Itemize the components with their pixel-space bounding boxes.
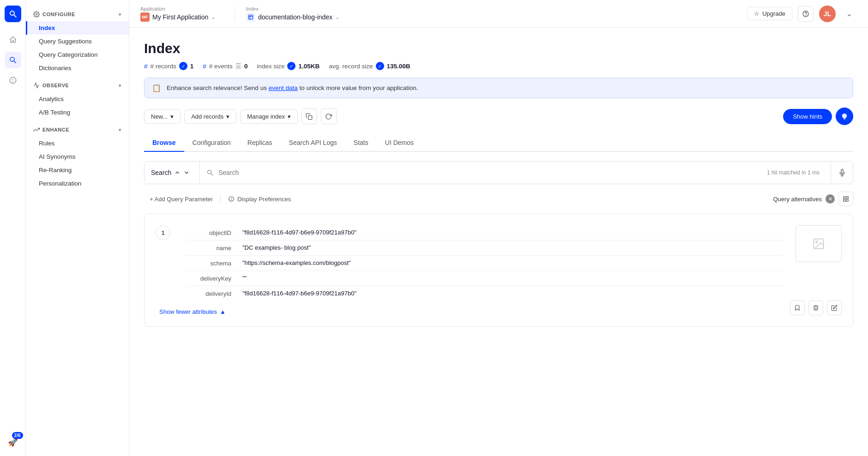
svg-line-15 [211, 174, 213, 175]
index-size-label: index size [257, 63, 284, 70]
page-title: Index [144, 41, 853, 56]
avg-record-stat: avg. record size ✓ 135.00B [329, 62, 410, 70]
home-icon-btn[interactable] [5, 31, 21, 48]
sidebar-item-query-categorization[interactable]: Query Categorization [26, 48, 129, 61]
field-value-schema: "https://schema-examples.com/blogpost" [242, 259, 351, 266]
grid-view-button[interactable] [838, 192, 853, 206]
field-value-deliveryKey: "" [242, 275, 247, 282]
user-menu-chevron[interactable]: ⌄ [841, 6, 857, 22]
configure-section: CONFIGURE ▾ Index Query Suggestions Quer… [26, 7, 129, 75]
tab-browse[interactable]: Browse [144, 134, 184, 152]
svg-point-20 [231, 200, 232, 200]
app-chevron-icon: ⌄ [211, 14, 216, 20]
svg-point-26 [816, 241, 818, 243]
query-alternatives-label: Query alternatives [773, 196, 822, 203]
search-icon-btn[interactable] [5, 52, 21, 68]
configure-label: CONFIGURE [42, 12, 75, 17]
show-fewer-icon: ▲ [220, 308, 226, 315]
record-edit-button[interactable] [827, 300, 842, 315]
icon-bar: 🚀 2/6 [0, 0, 26, 456]
avatar[interactable]: JL [819, 6, 836, 22]
events-label: # events [209, 63, 233, 70]
records-stat: # # records ✓ 1 [144, 62, 193, 70]
banner-text: Enhance search relevance! Send us event … [167, 84, 418, 91]
index-label: Index [246, 6, 340, 12]
index-size-check-icon: ✓ [287, 62, 295, 70]
add-query-param-button[interactable]: + Add Query Parameter [144, 193, 218, 205]
application-selector[interactable]: Application MF My First Application ⌄ [140, 6, 223, 22]
field-name: name "DC examples- blog post" [187, 240, 783, 256]
search-magnifier-icon [206, 169, 214, 176]
svg-rect-8 [249, 15, 253, 19]
app-name: My First Application [152, 13, 208, 21]
index-selector[interactable]: Index documentation-blog-index ⌄ [246, 6, 340, 22]
index-toolbar: New... ▾ Add records ▾ Manage index ▾ [144, 108, 853, 125]
sidebar-item-index[interactable]: Index [26, 21, 129, 35]
configure-header[interactable]: CONFIGURE ▾ [26, 7, 129, 21]
svg-rect-22 [846, 197, 848, 198]
observe-header[interactable]: OBSERVE ▾ [26, 78, 129, 92]
enhance-header[interactable]: ENHANCE ▾ [26, 123, 129, 137]
sidebar-item-rules[interactable]: Rules [26, 137, 129, 150]
field-deliveryKey: deliveryKey "" [187, 271, 783, 286]
sidebar-item-dictionaries[interactable]: Dictionaries [26, 61, 129, 75]
field-value-objectID: "f8d16628-f116-4d97-b6e9-9709f21a97b0" [242, 229, 356, 236]
refresh-button[interactable] [321, 108, 337, 124]
new-button[interactable]: New... ▾ [144, 109, 181, 124]
tab-configuration[interactable]: Configuration [184, 134, 239, 152]
svg-rect-23 [844, 199, 845, 201]
observe-section: OBSERVE ▾ Analytics A/B Testing [26, 78, 129, 119]
add-records-button[interactable]: Add records ▾ [184, 109, 236, 124]
show-hints-button[interactable]: Show hints [783, 109, 832, 124]
search-result-text: 1 hit matched in 1 ms [767, 169, 820, 176]
sidebar-item-personalization[interactable]: Personalization [26, 177, 129, 190]
sidebar-item-ai-synonyms[interactable]: AI Synonyms [26, 150, 129, 163]
options-separator [220, 194, 221, 204]
record-fields: objectID "f8d16628-f116-4d97-b6e9-9709f2… [187, 225, 783, 301]
tab-stats[interactable]: Stats [345, 134, 377, 152]
record-bookmark-button[interactable] [790, 300, 805, 315]
chevron-down-icon: ⌄ [846, 10, 852, 18]
field-deliveryId: deliveryId "f8d16628-f116-4d97-b6e9-9709… [187, 286, 783, 301]
show-fewer-button[interactable]: Show fewer attributes ▲ [159, 308, 838, 315]
new-chevron-icon: ▾ [170, 113, 174, 120]
sidebar-item-query-suggestions[interactable]: Query Suggestions [26, 35, 129, 48]
mic-button[interactable] [831, 162, 853, 184]
manage-index-button[interactable]: Manage index ▾ [240, 109, 298, 124]
event-data-link[interactable]: event data [269, 84, 298, 91]
topbar-right: ☆ Upgrade JL ⌄ [747, 6, 857, 22]
logo[interactable] [5, 6, 21, 22]
copy-button[interactable] [301, 108, 317, 124]
application-label: Application [140, 6, 223, 12]
field-objectID: objectID "f8d16628-f116-4d97-b6e9-9709f2… [187, 225, 783, 240]
stats-row: # # records ✓ 1 # # events ☰ 0 index siz… [144, 62, 853, 70]
query-alternatives-close[interactable]: ✕ [826, 194, 835, 204]
tab-search-api-logs[interactable]: Search API Logs [281, 134, 345, 152]
svg-point-2 [10, 57, 14, 61]
field-key-deliveryId: deliveryId [187, 290, 242, 297]
algolia-bird-button[interactable] [836, 108, 853, 125]
help-button[interactable] [798, 6, 814, 22]
observe-chevron: ▾ [119, 83, 121, 88]
display-preferences-button[interactable]: Display Preferences [223, 193, 296, 205]
tab-ui-demos[interactable]: UI Demos [377, 134, 422, 152]
search-input[interactable] [218, 169, 762, 176]
sidebar-item-re-ranking[interactable]: Re-Ranking [26, 163, 129, 177]
sidebar: CONFIGURE ▾ Index Query Suggestions Quer… [26, 0, 129, 456]
show-fewer-label: Show fewer attributes [159, 308, 217, 315]
observe-label: OBSERVE [42, 83, 69, 88]
topbar-separator [235, 6, 235, 21]
search-type-selector[interactable]: Search [145, 162, 200, 184]
sidebar-item-ab-testing[interactable]: A/B Testing [26, 106, 129, 119]
upgrade-button[interactable]: ☆ Upgrade [747, 7, 792, 20]
enhance-label: ENHANCE [42, 127, 69, 132]
index-icon [246, 12, 255, 22]
events-value: 0 [244, 63, 248, 70]
launch-icon-btn[interactable]: 🚀 2/6 [5, 434, 21, 450]
sidebar-item-analytics[interactable]: Analytics [26, 92, 129, 106]
record-delete-button[interactable] [808, 300, 823, 315]
avg-record-value: 135.00B [387, 63, 410, 70]
upgrade-label: Upgrade [762, 10, 785, 17]
tab-replicas[interactable]: Replicas [239, 134, 281, 152]
hint-icon-btn[interactable] [5, 72, 21, 89]
